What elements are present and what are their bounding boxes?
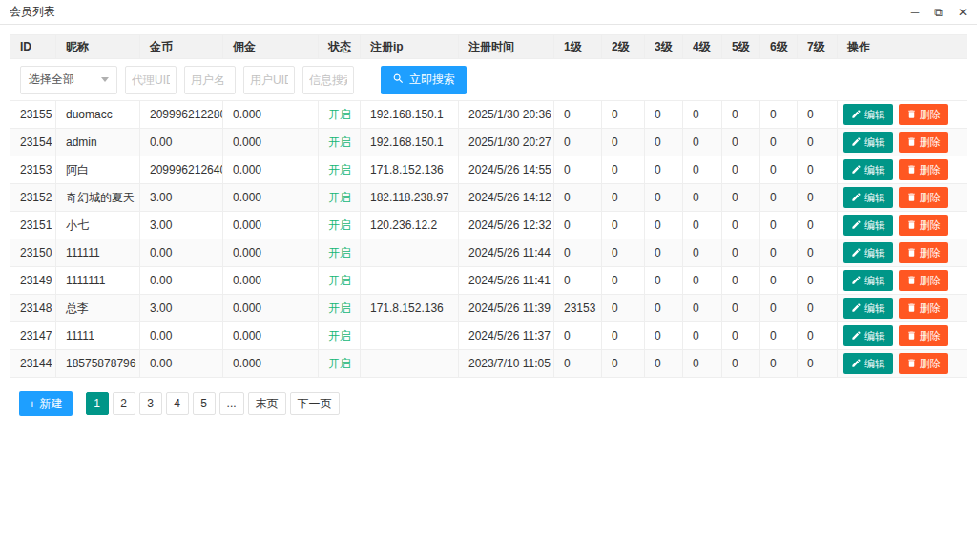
edit-icon bbox=[851, 247, 862, 259]
page-button-3[interactable]: 3 bbox=[139, 392, 162, 415]
column-header-4: 状态 bbox=[319, 35, 361, 59]
filter-select[interactable]: 选择全部 bbox=[20, 66, 117, 94]
cell-time: 2024/5/26 11:44 bbox=[459, 239, 554, 267]
edit-icon bbox=[851, 219, 862, 232]
cell-time: 2024/5/26 14:12 bbox=[459, 184, 554, 212]
table-row: 23144185758787960.000.000开启2023/7/10 11:… bbox=[10, 350, 967, 378]
page-ellipsis[interactable]: ... bbox=[219, 392, 244, 415]
delete-button[interactable]: 删除 bbox=[899, 159, 948, 180]
cell-commission: 0.000 bbox=[223, 129, 319, 156]
username-input[interactable] bbox=[184, 66, 236, 94]
column-header-8: 2级 bbox=[602, 35, 645, 59]
edit-button[interactable]: 编辑 bbox=[843, 298, 893, 319]
edit-button[interactable]: 编辑 bbox=[843, 353, 893, 374]
new-button[interactable]: + 新建 bbox=[19, 391, 73, 416]
pagination-pages: 12345...末页下一页 bbox=[86, 392, 340, 415]
delete-button[interactable]: 删除 bbox=[899, 104, 948, 125]
edit-button[interactable]: 编辑 bbox=[843, 104, 893, 125]
minimize-icon[interactable]: ─ bbox=[911, 7, 920, 18]
cell-gold: 0.00 bbox=[140, 129, 223, 156]
table-row: 23155duomacc209996212280.000.000开启192.16… bbox=[10, 101, 967, 129]
cell-time: 2025/1/30 20:36 bbox=[459, 101, 554, 129]
cell-l3: 0 bbox=[645, 212, 683, 239]
cell-l4: 0 bbox=[683, 129, 722, 156]
cell-gold: 3.00 bbox=[140, 295, 223, 322]
search-button[interactable]: 立即搜索 bbox=[381, 66, 467, 94]
table-row: 2314911111110.000.000开启2024/5/26 11:4100… bbox=[10, 267, 967, 295]
page-title: 会员列表 bbox=[10, 4, 55, 20]
cell-l2: 0 bbox=[602, 212, 645, 239]
user-uid-input[interactable] bbox=[243, 66, 295, 94]
cell-nickname: 1111111 bbox=[56, 267, 140, 295]
edit-icon bbox=[851, 192, 862, 204]
delete-button[interactable]: 删除 bbox=[899, 187, 948, 208]
next-page-button[interactable]: 下一页 bbox=[290, 392, 340, 415]
window-controls: ─ ⧉ ✕ bbox=[911, 7, 967, 18]
edit-icon bbox=[851, 136, 862, 149]
cell-l2: 0 bbox=[602, 267, 645, 295]
edit-button[interactable]: 编辑 bbox=[843, 325, 893, 346]
pagination: + 新建 12345...末页下一页 bbox=[19, 391, 967, 416]
cell-status: 开启 bbox=[319, 156, 361, 184]
edit-button[interactable]: 编辑 bbox=[843, 270, 893, 291]
page-button-1[interactable]: 1 bbox=[86, 392, 109, 415]
cell-l5: 0 bbox=[722, 267, 760, 295]
cell-l2: 0 bbox=[602, 322, 645, 350]
edit-button[interactable]: 编辑 bbox=[843, 159, 893, 180]
cell-actions: 编辑删除 bbox=[838, 322, 967, 350]
cell-id: 23153 bbox=[10, 156, 56, 184]
edit-button[interactable]: 编辑 bbox=[843, 187, 893, 208]
cell-actions: 编辑删除 bbox=[838, 129, 967, 156]
cell-l2: 0 bbox=[602, 156, 645, 184]
close-icon[interactable]: ✕ bbox=[958, 7, 967, 18]
delete-icon bbox=[906, 192, 917, 204]
agent-uid-input[interactable] bbox=[125, 66, 177, 94]
maximize-icon[interactable]: ⧉ bbox=[934, 7, 943, 18]
last-page-button[interactable]: 末页 bbox=[248, 392, 286, 415]
page-button-5[interactable]: 5 bbox=[193, 392, 216, 415]
cell-l5: 0 bbox=[722, 129, 760, 156]
cell-id: 23144 bbox=[10, 350, 56, 378]
delete-button[interactable]: 删除 bbox=[899, 298, 948, 319]
cell-l6: 0 bbox=[760, 350, 798, 378]
cell-status: 开启 bbox=[319, 184, 361, 212]
cell-id: 23150 bbox=[10, 239, 56, 267]
edit-icon bbox=[851, 275, 862, 287]
info-search-input[interactable] bbox=[302, 66, 354, 94]
table-row: 23148总李3.000.000开启171.8.152.1362024/5/26… bbox=[10, 295, 967, 322]
cell-status: 开启 bbox=[319, 267, 361, 295]
cell-commission: 0.000 bbox=[223, 295, 319, 322]
edit-button[interactable]: 编辑 bbox=[843, 215, 893, 236]
cell-l7: 0 bbox=[798, 212, 838, 239]
member-list-panel: ID昵称金币佣金状态注册ip注册时间1级2级3级4级5级6级7级操作 选择全部 bbox=[0, 25, 977, 425]
column-header-12: 6级 bbox=[760, 35, 798, 59]
delete-button[interactable]: 删除 bbox=[899, 242, 948, 263]
cell-l2: 0 bbox=[602, 184, 645, 212]
cell-l4: 0 bbox=[683, 350, 722, 378]
cell-nickname: admin bbox=[56, 129, 140, 156]
column-header-5: 注册ip bbox=[361, 35, 459, 59]
member-table: ID昵称金币佣金状态注册ip注册时间1级2级3级4级5级6级7级操作 选择全部 bbox=[10, 34, 967, 378]
cell-time: 2024/5/26 11:39 bbox=[459, 295, 554, 322]
delete-button[interactable]: 删除 bbox=[899, 132, 948, 153]
edit-button[interactable]: 编辑 bbox=[843, 132, 893, 153]
delete-button[interactable]: 删除 bbox=[899, 270, 948, 291]
table-body: 23155duomacc209996212280.000.000开启192.16… bbox=[10, 101, 967, 378]
column-header-6: 注册时间 bbox=[459, 35, 554, 59]
cell-l1: 0 bbox=[554, 129, 602, 156]
page-button-4[interactable]: 4 bbox=[166, 392, 189, 415]
cell-ip: 120.236.12.2 bbox=[361, 212, 459, 239]
cell-status: 开启 bbox=[319, 212, 361, 239]
cell-gold: 0.00 bbox=[140, 350, 223, 378]
cell-l2: 0 bbox=[602, 295, 645, 322]
delete-button[interactable]: 删除 bbox=[899, 325, 948, 346]
page-button-2[interactable]: 2 bbox=[113, 392, 135, 415]
cell-l6: 0 bbox=[760, 322, 798, 350]
delete-button[interactable]: 删除 bbox=[899, 353, 948, 374]
cell-gold: 3.00 bbox=[140, 184, 223, 212]
delete-button[interactable]: 删除 bbox=[899, 215, 948, 236]
cell-nickname: duomacc bbox=[56, 101, 140, 129]
cell-l2: 0 bbox=[602, 350, 645, 378]
cell-id: 23151 bbox=[10, 212, 56, 239]
edit-button[interactable]: 编辑 bbox=[843, 242, 893, 263]
